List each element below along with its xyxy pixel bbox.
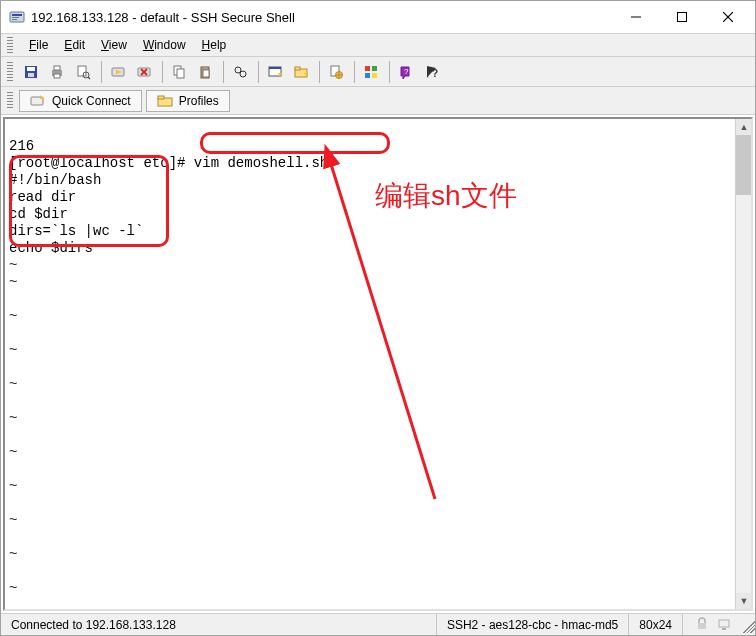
- terminal-line: #!/bin/bash: [9, 172, 101, 188]
- profiles-label: Profiles: [179, 94, 219, 108]
- quick-connect-icon: [30, 93, 46, 109]
- svg-marker-47: [40, 95, 45, 99]
- svg-rect-13: [54, 74, 60, 78]
- vim-tilde: ~: [9, 580, 17, 596]
- vim-tilde: ~: [9, 308, 17, 324]
- disconnect-button[interactable]: [132, 60, 156, 84]
- status-icons: [683, 617, 739, 633]
- app-icon: [9, 9, 25, 25]
- vim-tilde: ~: [9, 376, 17, 392]
- svg-rect-40: [365, 66, 370, 71]
- status-icon-lock: [695, 617, 711, 633]
- new-terminal-button[interactable]: [263, 60, 287, 84]
- quickbar-grip[interactable]: [7, 92, 13, 110]
- quick-connect-button[interactable]: Quick Connect: [19, 90, 142, 112]
- folder-icon: [157, 93, 173, 109]
- copy-button[interactable]: [167, 60, 191, 84]
- status-cipher: SSH2 - aes128-cbc - hmac-md5: [437, 614, 629, 635]
- terminal-line: cd $dir: [9, 206, 68, 222]
- connect-button[interactable]: [106, 60, 130, 84]
- window-title: 192.168.133.128 - default - SSH Secure S…: [31, 10, 613, 25]
- profiles-button[interactable]: Profiles: [146, 90, 230, 112]
- terminal-command: vim demoshell.sh: [185, 155, 328, 171]
- status-termsize: 80x24: [629, 614, 683, 635]
- context-help-button[interactable]: ?: [420, 60, 444, 84]
- svg-line-29: [240, 72, 241, 73]
- help-topics-button[interactable]: ?: [394, 60, 418, 84]
- svg-point-28: [240, 71, 246, 77]
- terminal-scrollbar[interactable]: ▲ ▼: [735, 119, 751, 609]
- toolbar: ? ?: [1, 57, 755, 87]
- svg-line-16: [88, 77, 90, 79]
- svg-rect-34: [295, 67, 300, 70]
- svg-rect-9: [27, 67, 35, 71]
- svg-rect-2: [12, 17, 19, 18]
- terminal-line: read dir: [9, 189, 76, 205]
- terminal[interactable]: 216 [root@localhost etc]# vim demoshell.…: [5, 119, 735, 609]
- find-button[interactable]: [228, 60, 252, 84]
- titlebar: 192.168.133.128 - default - SSH Secure S…: [1, 1, 755, 33]
- vim-tilde: ~: [9, 512, 17, 528]
- menu-help[interactable]: Help: [194, 36, 235, 54]
- menu-edit[interactable]: Edit: [56, 36, 93, 54]
- scroll-thumb[interactable]: [736, 135, 752, 195]
- vim-tilde: ~: [9, 444, 17, 460]
- terminal-line: 216: [9, 138, 34, 154]
- terminal-container: 216 [root@localhost etc]# vim demoshell.…: [3, 117, 753, 611]
- status-icon-display: [717, 617, 733, 633]
- svg-rect-26: [203, 70, 209, 77]
- svg-rect-5: [678, 13, 687, 22]
- svg-rect-12: [54, 66, 60, 70]
- svg-rect-1: [12, 14, 22, 16]
- vim-tilde: ~: [9, 478, 17, 494]
- svg-rect-52: [719, 620, 729, 627]
- vim-tilde: ~: [9, 257, 17, 273]
- menu-view[interactable]: View: [93, 36, 135, 54]
- window-controls: [613, 2, 751, 32]
- svg-rect-14: [78, 66, 86, 76]
- scroll-down-button[interactable]: ▼: [736, 593, 752, 609]
- status-connection: Connected to 192.168.133.128: [1, 614, 437, 635]
- terminal-prompt: [root@localhost etc]#: [9, 155, 185, 171]
- vim-tilde: ~: [9, 410, 17, 426]
- vim-tilde: ~: [9, 274, 17, 290]
- paste-button[interactable]: [193, 60, 217, 84]
- svg-text:?: ?: [404, 67, 409, 76]
- menu-file[interactable]: File: [21, 36, 56, 54]
- minimize-button[interactable]: [613, 2, 659, 32]
- settings-button[interactable]: [324, 60, 348, 84]
- svg-rect-43: [372, 73, 377, 78]
- app-window: 192.168.133.128 - default - SSH Secure S…: [0, 0, 756, 636]
- vim-tilde: ~: [9, 342, 17, 358]
- svg-text:?: ?: [432, 68, 438, 79]
- svg-rect-31: [269, 67, 281, 69]
- maximize-button[interactable]: [659, 2, 705, 32]
- svg-rect-41: [372, 66, 377, 71]
- scroll-up-button[interactable]: ▲: [736, 119, 752, 135]
- statusbar: Connected to 192.168.133.128 SSH2 - aes1…: [1, 613, 755, 635]
- quick-connect-label: Quick Connect: [52, 94, 131, 108]
- svg-rect-23: [177, 69, 184, 78]
- svg-rect-51: [698, 623, 706, 629]
- color-button[interactable]: [359, 60, 383, 84]
- new-file-transfer-button[interactable]: [289, 60, 313, 84]
- close-button[interactable]: [705, 2, 751, 32]
- menubar-grip[interactable]: [7, 37, 13, 53]
- terminal-line: echo $dirs: [9, 240, 93, 256]
- menu-window[interactable]: Window: [135, 36, 194, 54]
- svg-rect-3: [12, 19, 17, 20]
- svg-rect-49: [158, 96, 164, 99]
- svg-rect-42: [365, 73, 370, 78]
- quickbar: Quick Connect Profiles: [1, 87, 755, 115]
- toolbar-grip[interactable]: [7, 62, 13, 82]
- svg-rect-25: [203, 66, 207, 69]
- terminal-line: dirs=`ls |wc -l`: [9, 223, 143, 239]
- menubar: File Edit View Window Help: [1, 33, 755, 57]
- print-preview-button[interactable]: [71, 60, 95, 84]
- svg-rect-10: [28, 73, 34, 77]
- resize-grip[interactable]: [739, 617, 755, 633]
- save-button[interactable]: [19, 60, 43, 84]
- vim-tilde: ~: [9, 546, 17, 562]
- print-button[interactable]: [45, 60, 69, 84]
